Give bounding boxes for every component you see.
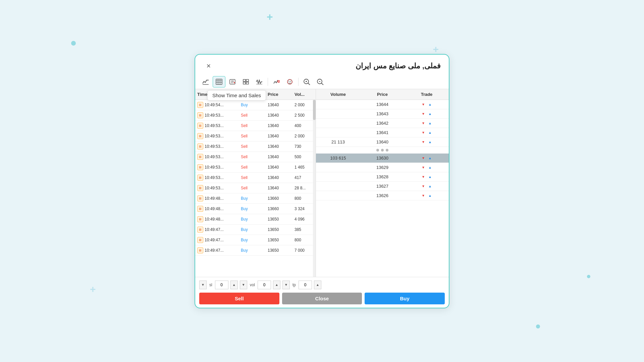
cell-trade: Sell bbox=[239, 111, 266, 120]
cell-vol: 800 bbox=[292, 194, 313, 203]
cell-ob-volume bbox=[316, 130, 360, 134]
vol-input[interactable] bbox=[258, 281, 271, 289]
price-down-btn[interactable]: ▼ bbox=[421, 193, 426, 198]
zoom-in-button[interactable] bbox=[301, 76, 313, 87]
order-row: 13644 ▼ ▲ bbox=[316, 100, 449, 109]
wave-icon bbox=[256, 79, 263, 85]
face-icon bbox=[286, 79, 293, 85]
cell-ob-price: 13626 bbox=[360, 191, 405, 200]
price-down-btn[interactable]: ▼ bbox=[421, 139, 426, 144]
cell-ob-trade: ▼ ▲ bbox=[405, 172, 449, 181]
cell-ob-trade: ▼ ▲ bbox=[405, 154, 449, 163]
cell-trade: Buy bbox=[239, 225, 266, 234]
row-icon: ⊞ bbox=[197, 216, 203, 222]
price-up-btn[interactable]: ▲ bbox=[427, 165, 433, 170]
left-scrollbar[interactable] bbox=[313, 100, 316, 277]
table-row: ⊞ 10:49:48... Buy 13660 800 bbox=[195, 193, 313, 204]
sl-down-btn[interactable]: ▼ bbox=[240, 281, 247, 289]
table-row: ⊞ 10:49:48... Buy 13650 4 096 bbox=[195, 214, 313, 225]
price-up-btn[interactable]: ▲ bbox=[427, 193, 433, 198]
price-up-btn[interactable]: ▲ bbox=[427, 184, 433, 189]
svg-line-27 bbox=[321, 83, 323, 85]
price-up-btn[interactable]: ▲ bbox=[427, 156, 433, 161]
order-book-body: 13644 ▼ ▲ 13643 ▼ ▲ 13642 ▼ ▲ 13641 ▼ ▲ … bbox=[316, 100, 449, 277]
cell-ob-trade: ▼ ▲ bbox=[405, 100, 449, 109]
row-icon: ⊞ bbox=[197, 185, 203, 191]
cell-price: 13650 bbox=[266, 246, 292, 255]
cell-ob-volume: 103 615 bbox=[316, 154, 360, 163]
table-row: ⊞ 10:49:53... Sell 13640 400 bbox=[195, 121, 313, 131]
vol-down-btn[interactable]: ▼ bbox=[282, 281, 290, 289]
cell-price: 13640 bbox=[266, 153, 292, 161]
buy-button[interactable]: Buy bbox=[365, 293, 445, 304]
tp-input[interactable] bbox=[299, 281, 312, 289]
price-down-btn[interactable]: ▼ bbox=[421, 184, 426, 189]
cell-ob-volume: 21 113 bbox=[316, 137, 360, 146]
cell-trade: Sell bbox=[239, 142, 266, 151]
cell-ob-volume bbox=[316, 112, 360, 116]
order-row: 21 113 13640 ▼ ▲ bbox=[316, 137, 449, 147]
order-book-header: Volume Price Trade bbox=[316, 89, 449, 100]
row-icon: ⊞ bbox=[197, 102, 203, 108]
table-button[interactable] bbox=[213, 76, 225, 87]
dialog-title: فملی, ملی صنایع مس ایران bbox=[356, 62, 441, 70]
order-row: 13643 ▼ ▲ bbox=[316, 109, 449, 119]
dots-separator bbox=[316, 147, 449, 154]
indicator-button[interactable] bbox=[270, 76, 283, 87]
cell-ob-price: 13642 bbox=[360, 119, 405, 128]
close-button[interactable]: × bbox=[203, 61, 214, 71]
price-up-btn[interactable]: ▲ bbox=[427, 174, 433, 179]
toolbar-separator2 bbox=[298, 78, 299, 86]
cell-ob-trade: ▼ ▲ bbox=[405, 163, 449, 172]
close-trade-button[interactable]: Close bbox=[282, 293, 362, 304]
price-up-btn[interactable]: ▲ bbox=[427, 102, 433, 107]
order-row: 13642 ▼ ▲ bbox=[316, 119, 449, 128]
price-down-btn[interactable]: ▼ bbox=[421, 130, 426, 135]
row-icon: ⊞ bbox=[197, 123, 203, 129]
cell-ob-price: 13640 bbox=[360, 137, 405, 146]
chart-button[interactable] bbox=[199, 76, 212, 87]
price-down-btn[interactable]: ▼ bbox=[421, 121, 426, 126]
cell-vol: 1 465 bbox=[292, 163, 313, 172]
table-row: ⊞ 10:49:53... Sell 13640 2 500 bbox=[195, 110, 313, 121]
price-down-btn[interactable]: ▼ bbox=[421, 111, 426, 116]
cell-price: 13640 bbox=[266, 173, 292, 182]
price-up-btn[interactable]: ▲ bbox=[427, 121, 433, 126]
sl-input[interactable] bbox=[215, 281, 228, 289]
cell-vol: 2 000 bbox=[292, 132, 313, 140]
row-icon: ⊞ bbox=[197, 206, 203, 212]
price-down-btn[interactable]: ▼ bbox=[421, 165, 426, 170]
cell-ob-trade: ▼ ▲ bbox=[405, 119, 449, 128]
cell-vol: 4 096 bbox=[292, 215, 313, 224]
face-button[interactable] bbox=[283, 76, 296, 87]
price-down-btn[interactable]: ▼ bbox=[421, 156, 426, 161]
cell-time: ⊞ 10:49:48... bbox=[195, 214, 239, 224]
cell-ob-price: 13644 bbox=[360, 100, 405, 109]
grid-button[interactable] bbox=[239, 76, 252, 87]
sl-dropdown-btn[interactable]: ▼ bbox=[199, 281, 207, 289]
wave-button[interactable] bbox=[253, 76, 266, 87]
sl-up-btn[interactable]: ▲ bbox=[230, 281, 238, 289]
price-up-btn[interactable]: ▲ bbox=[427, 130, 433, 135]
price-up-btn[interactable]: ▲ bbox=[427, 139, 433, 144]
row-icon: ⊞ bbox=[197, 164, 203, 170]
price-down-btn[interactable]: ▼ bbox=[421, 102, 426, 107]
col-volume: Vol... bbox=[292, 89, 316, 100]
sell-button[interactable]: Sell bbox=[199, 293, 279, 304]
price-up-btn[interactable]: ▲ bbox=[427, 111, 433, 116]
cell-trade: Sell bbox=[239, 184, 266, 192]
cell-trade: Sell bbox=[239, 132, 266, 140]
cell-time: ⊞ 10:49:48... bbox=[195, 193, 239, 203]
tp-label: tp bbox=[292, 283, 296, 287]
tp-up-btn[interactable]: ▲ bbox=[314, 281, 321, 289]
vol-up-btn[interactable]: ▲ bbox=[273, 281, 280, 289]
price-down-btn[interactable]: ▼ bbox=[421, 174, 426, 179]
chart-icon bbox=[202, 79, 209, 85]
cell-price: 13640 bbox=[266, 101, 292, 109]
cell-ob-price: 13629 bbox=[360, 163, 405, 172]
table-row: ⊞ 10:49:53... Sell 13640 730 bbox=[195, 141, 313, 152]
zoom-out-button[interactable] bbox=[314, 76, 327, 87]
trades-button[interactable] bbox=[226, 76, 239, 87]
vol-label: vol bbox=[250, 283, 255, 287]
cell-ob-volume bbox=[316, 193, 360, 197]
